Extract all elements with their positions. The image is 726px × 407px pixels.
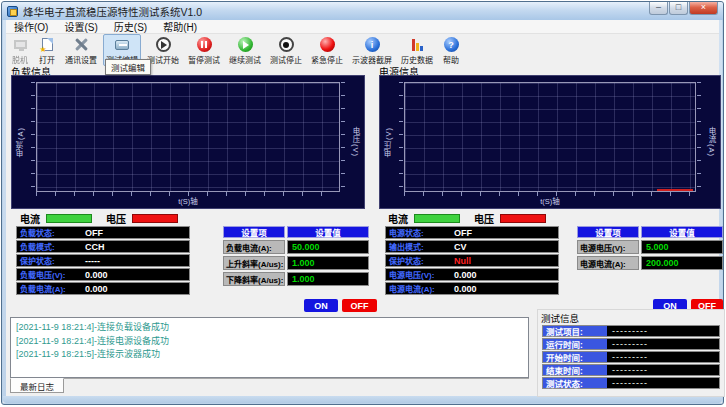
table-row: 电源电流(A): 0.000 <box>385 282 559 295</box>
load-set-current: 50.000 <box>287 240 369 254</box>
table-row: 电源电流(A): 200.000 <box>577 256 723 270</box>
help-icon: ? <box>442 36 460 53</box>
power-chart-x-label: t(S)轴 <box>380 195 720 206</box>
table-row: 负载模式: CCH <box>16 240 190 253</box>
load-chart-yleft-label: 电流(A) <box>15 127 26 157</box>
power-voltage-value: 0.000 <box>450 270 477 280</box>
log-tab-latest[interactable]: 最新日志 <box>10 378 64 393</box>
load-status-table: 负载状态: OFF 负载模式: CCH 保护状态: ----- 负载电压(V):… <box>16 226 190 295</box>
load-voltage-value: 0.000 <box>81 270 108 280</box>
log-tabstrip-line <box>10 378 529 379</box>
toolbar-help-button[interactable]: ? 帮助 <box>439 34 463 66</box>
load-legend-current-swatch <box>46 214 92 223</box>
table-row: 开始时间: --------- <box>542 351 720 363</box>
emergency-stop-icon <box>318 36 336 53</box>
menu-help[interactable]: 帮助(H) <box>155 19 205 34</box>
menu-history[interactable]: 历史(S) <box>106 19 155 34</box>
toolbar-comm-settings-button[interactable]: 通讯设置 <box>62 34 100 66</box>
maximize-button[interactable]: □ <box>669 2 688 15</box>
power-set-voltage: 5.000 <box>641 240 723 254</box>
toolbar-history-data-button[interactable]: 历史数据 <box>398 34 436 66</box>
table-row: 下降斜率(A/us): 1.000 <box>223 272 369 286</box>
tooltip: 测试编辑 <box>105 59 151 75</box>
load-off-button[interactable]: OFF <box>342 299 377 312</box>
load-protect-value: ----- <box>81 256 100 266</box>
test-item-value: --------- <box>607 326 648 336</box>
table-row: 电源状态: OFF <box>385 226 559 239</box>
power-chart-yleft-label: 电压(V) <box>383 127 394 157</box>
power-state-value: OFF <box>450 228 472 238</box>
load-chart-yright-label: 电压(V) <box>350 127 361 157</box>
table-row: 上升斜率(A/us): 1.000 <box>223 256 369 270</box>
power-chart-yright-label: 电流(A) <box>706 127 717 157</box>
power-chart-legend: 电流 电压 <box>388 211 560 226</box>
load-set-fall-slew: 1.000 <box>287 272 369 286</box>
load-legend-current-label: 电流 <box>20 211 40 226</box>
table-row: 保护状态: Null <box>385 254 559 267</box>
title-bar[interactable]: 烽华电子直流稳压源特性测试系统V1.0 – □ × <box>2 2 723 20</box>
resume-test-icon <box>236 36 254 53</box>
toolbar-emergency-stop-button[interactable]: 紧急停止 <box>308 34 346 66</box>
toolbar-pause-test-button[interactable]: 暂停测试 <box>185 34 223 66</box>
window-frame-bottom <box>3 396 722 403</box>
load-current-value: 0.000 <box>81 284 108 294</box>
power-settings-table: 设置项 设置值 电源电压(V): 5.000 电源电流(A): 200.000 <box>577 226 723 270</box>
power-protect-value: Null <box>450 256 471 266</box>
log-line: [2021-11-9 18:21:5]-连接示波器成功 <box>16 348 523 362</box>
close-button[interactable]: × <box>689 2 718 15</box>
table-row: 测试项目: --------- <box>542 325 720 337</box>
power-status-table: 电源状态: OFF 输出模式: CV 保护状态: Null 电源电压(V): 0… <box>385 226 559 295</box>
power-current-value: 0.000 <box>450 284 477 294</box>
table-row: 负载状态: OFF <box>16 226 190 239</box>
table-row: 运行时间: --------- <box>542 338 720 350</box>
power-set-current: 200.000 <box>641 256 723 270</box>
table-row: 电源电压(V): 5.000 <box>577 240 723 254</box>
comm-settings-icon <box>72 36 90 53</box>
toolbar-scope-capture-button[interactable]: i 示波器截屏 <box>349 34 395 66</box>
power-mode-value: CV <box>450 242 467 252</box>
end-time-value: --------- <box>607 365 648 375</box>
log-line: [2021-11-9 18:21:4]-连接电源设备成功 <box>16 335 523 349</box>
toolbar-open-button[interactable]: 打开 <box>35 34 59 66</box>
table-row: 负载电流(A): 50.000 <box>223 240 369 254</box>
load-legend-voltage-label: 电压 <box>106 211 126 226</box>
load-chart-right-ticks <box>341 82 345 192</box>
table-header: 设置项 设置值 <box>223 226 369 238</box>
table-row: 负载电压(V): 0.000 <box>16 268 190 281</box>
log-line: [2021-11-9 18:21:4]-连接负载设备成功 <box>16 321 523 335</box>
test-state-value: --------- <box>607 378 648 388</box>
window-title: 烽华电子直流稳压源特性测试系统V1.0 <box>23 4 202 19</box>
menu-settings[interactable]: 设置(S) <box>56 19 105 34</box>
load-chart: 电流(A) 电压(V) t(S)轴 <box>11 75 365 209</box>
power-chart-red-trace <box>657 189 693 191</box>
table-row: 测试状态: --------- <box>542 377 720 389</box>
load-chart-plot-area <box>36 82 340 192</box>
window-frame-left <box>3 20 6 397</box>
power-chart-left-ticks <box>399 82 403 192</box>
minimize-button[interactable]: – <box>649 2 668 15</box>
table-header: 设置项 设置值 <box>577 226 723 238</box>
load-chart-left-ticks <box>31 82 35 192</box>
test-info-title: 测试信息 <box>541 311 579 325</box>
pause-test-icon <box>195 36 213 53</box>
load-on-button[interactable]: ON <box>304 299 338 312</box>
test-info-table: 测试项目: --------- 运行时间: --------- 开始时间: --… <box>542 325 720 389</box>
power-chart-right-ticks <box>697 82 701 192</box>
menu-operate[interactable]: 操作(O) <box>6 19 56 34</box>
run-time-value: --------- <box>607 339 648 349</box>
app-icon <box>7 6 18 17</box>
load-legend-voltage-swatch <box>132 214 178 223</box>
test-info-group: 测试信息 测试项目: --------- 运行时间: --------- 开始时… <box>537 309 725 397</box>
application-window: 烽华电子直流稳压源特性测试系统V1.0 – □ × 操作(O) 设置(S) 历史… <box>0 0 726 407</box>
log-output[interactable]: [2021-11-9 18:21:4]-连接负载设备成功 [2021-11-9 … <box>10 317 529 378</box>
test-edit-icon <box>113 36 131 53</box>
load-chart-x-label: t(S)轴 <box>12 195 364 206</box>
toolbar-resume-test-button[interactable]: 继续测试 <box>226 34 264 66</box>
menu-bar: 操作(O) 设置(S) 历史(S) 帮助(H) <box>6 20 719 34</box>
power-legend-current-label: 电流 <box>388 211 408 226</box>
load-state-value: OFF <box>81 228 103 238</box>
load-mode-value: CCH <box>81 242 105 252</box>
toolbar-stop-test-button[interactable]: 测试停止 <box>267 34 305 66</box>
power-chart: 电压(V) 电流(A) t(S)轴 <box>379 75 721 209</box>
toolbar-offline-button[interactable]: 脱机 <box>8 34 32 66</box>
